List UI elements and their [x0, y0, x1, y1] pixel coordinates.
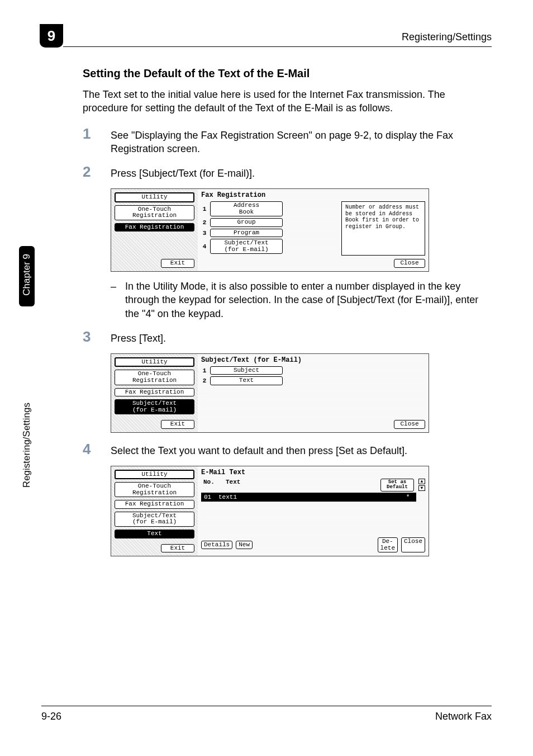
lcd-text-button[interactable]: Text — [115, 530, 194, 538]
section-number-tab: 9 — [40, 24, 63, 48]
lcd-row-no: 01 — [204, 494, 218, 500]
step-subnote: In the Utility Mode, it is also possible… — [125, 280, 492, 320]
lcd-fax-registration-button[interactable]: Fax Registration — [115, 500, 194, 509]
sidebar-section-label: Registering/Settings — [19, 403, 35, 490]
lcd-exit-button[interactable]: Exit — [161, 259, 194, 268]
step-text: See "Displaying the Fax Registration Scr… — [111, 129, 492, 156]
lcd-utility-button[interactable]: Utility — [115, 192, 194, 202]
footer-doc-title: Network Fax — [435, 711, 492, 722]
lcd-one-touch-button[interactable]: One-Touch Registration — [115, 205, 194, 220]
lcd-title: Subject/Text (for E-Mail) — [201, 356, 425, 364]
step-text: Press [Subject/Text (for E-mail)]. — [111, 167, 255, 180]
step-number: 3 — [83, 328, 95, 346]
lcd-details-button[interactable]: Details — [201, 541, 232, 550]
lcd-row-default-star: * — [402, 494, 413, 500]
header-section-title: Registering/Settings — [402, 31, 492, 43]
lcd-screenshot-subject-text: Utility One-Touch Registration Fax Regis… — [111, 353, 429, 433]
lcd-row-text: text1 — [218, 494, 402, 500]
lcd-one-touch-button[interactable]: One-Touch Registration — [115, 482, 194, 497]
bullet-dash: – — [111, 280, 116, 320]
footer-page-number: 9-26 — [41, 711, 61, 722]
lcd-exit-button[interactable]: Exit — [161, 420, 194, 429]
lcd-exit-button[interactable]: Exit — [161, 544, 194, 553]
lcd-menu-text[interactable]: Text — [210, 376, 283, 385]
lcd-screenshot-fax-registration: Utility One-Touch Registration Fax Regis… — [111, 188, 429, 272]
lcd-fax-registration-button[interactable]: Fax Registration — [115, 388, 194, 397]
step-text: Select the Text you want to default and … — [111, 444, 407, 457]
lcd-menu-subject-text[interactable]: Subject/Text (for E-mail) — [210, 239, 283, 254]
lcd-utility-button[interactable]: Utility — [115, 470, 194, 480]
step-number: 4 — [83, 441, 95, 458]
header-rule — [63, 46, 492, 47]
lcd-col-no: No. — [203, 479, 218, 492]
lcd-close-button[interactable]: Close — [394, 259, 425, 268]
step-number: 2 — [83, 163, 95, 181]
sidebar-chapter-label: Chapter 9 — [19, 246, 35, 306]
lcd-scroll-down[interactable]: ▼ — [418, 485, 425, 491]
intro-paragraph: The Text set to the initial value here i… — [83, 88, 492, 115]
lcd-subject-text-button[interactable]: Subject/Text (for E-mail) — [115, 399, 194, 414]
lcd-one-touch-button[interactable]: One-Touch Registration — [115, 370, 194, 385]
lcd-subject-text-button[interactable]: Subject/Text (for E-mail) — [115, 512, 194, 527]
lcd-info-note: Number or address must be stored in Addr… — [341, 201, 425, 256]
lcd-title: Fax Registration — [201, 191, 425, 199]
lcd-close-button[interactable]: Close — [394, 420, 425, 429]
lcd-set-as-default-button[interactable]: Set as Default — [380, 479, 414, 492]
lcd-delete-button[interactable]: De- lete — [378, 537, 398, 552]
lcd-scroll-up[interactable]: ▲ — [418, 479, 425, 484]
step-text: Press [Text]. — [111, 332, 166, 345]
lcd-menu-address-book[interactable]: Address Book — [210, 201, 283, 216]
lcd-utility-button[interactable]: Utility — [115, 357, 194, 367]
lcd-menu-program[interactable]: Program — [210, 229, 283, 238]
step-number: 1 — [83, 125, 95, 143]
lcd-col-text: Text — [226, 479, 373, 492]
lcd-close-button[interactable]: Close — [401, 537, 425, 552]
page-heading: Setting the Default of the Text of the E… — [83, 67, 492, 80]
lcd-text-row[interactable]: 01 text1 * — [201, 493, 416, 502]
lcd-menu-group[interactable]: Group — [210, 218, 283, 227]
lcd-screenshot-email-text: Utility One-Touch Registration Fax Regis… — [111, 466, 429, 556]
lcd-menu-subject[interactable]: Subject — [210, 366, 283, 375]
lcd-new-button[interactable]: New — [236, 541, 253, 550]
lcd-title: E-Mail Text — [201, 469, 425, 476]
lcd-fax-registration-button[interactable]: Fax Registration — [115, 223, 194, 232]
